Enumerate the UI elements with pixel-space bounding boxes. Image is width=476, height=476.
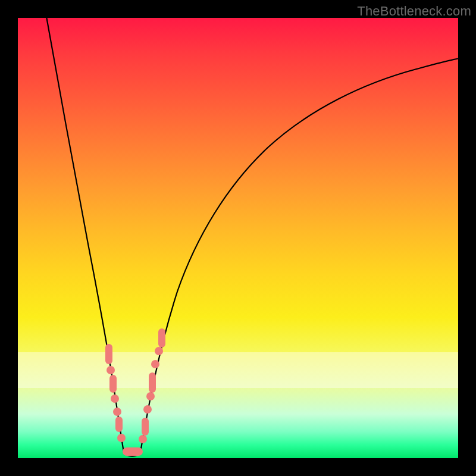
- marker-dot: [143, 405, 152, 414]
- marker-dot: [105, 344, 112, 364]
- marker-dot: [117, 434, 126, 442]
- bottleneck-chart: [18, 18, 458, 458]
- marker-dot: [109, 375, 117, 393]
- curve-right-arm: [140, 58, 459, 452]
- marker-dot: [113, 408, 121, 416]
- marker-dot: [115, 416, 123, 432]
- marker-dot: [123, 447, 143, 456]
- marker-dot: [139, 435, 147, 443]
- watermark-text: TheBottleneck.com: [357, 4, 471, 19]
- chart-frame: [18, 18, 458, 458]
- marker-dot: [155, 347, 163, 355]
- marker-dot: [151, 360, 159, 368]
- marker-dot: [146, 392, 155, 400]
- marker-cluster: [105, 328, 165, 456]
- marker-dot: [111, 394, 119, 403]
- marker-dot: [158, 328, 165, 347]
- marker-dot: [142, 418, 149, 436]
- marker-dot: [107, 366, 115, 374]
- marker-dot: [149, 372, 156, 393]
